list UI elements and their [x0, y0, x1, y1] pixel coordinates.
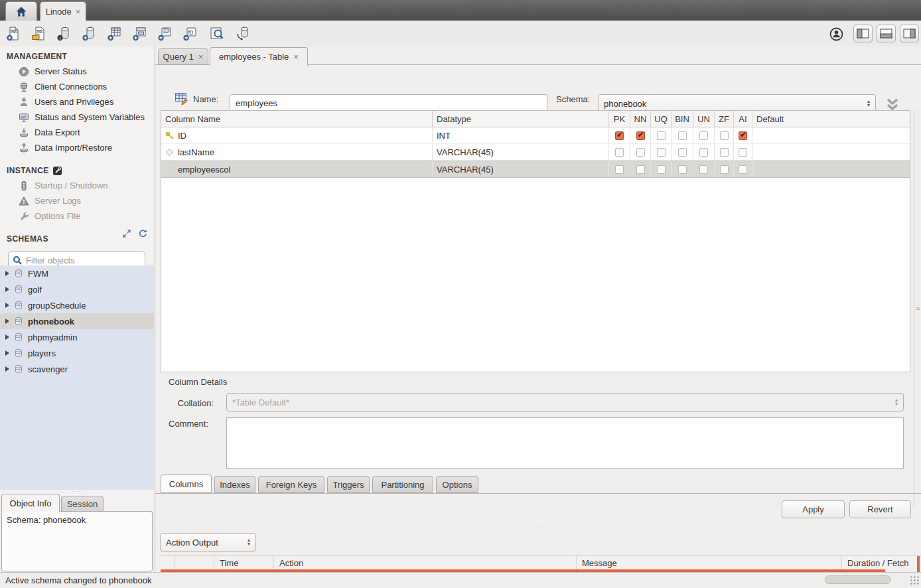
- col-header-column-name[interactable]: Column Name: [161, 111, 433, 127]
- expander-arrow-icon[interactable]: [5, 303, 9, 308]
- pk-checkbox[interactable]: [615, 131, 624, 140]
- sidebar-item-server-logs[interactable]: Server Logs: [0, 193, 154, 208]
- close-icon[interactable]: ×: [198, 52, 204, 61]
- tab-foreign-keys[interactable]: Foreign Keys: [258, 476, 324, 493]
- expander-arrow-icon[interactable]: [5, 271, 9, 276]
- sidebar-item-options-file[interactable]: Options File: [0, 208, 154, 224]
- create-procedure-icon[interactable]: [157, 25, 174, 42]
- col-header-default[interactable]: Default: [752, 111, 910, 127]
- create-schema-icon[interactable]: [81, 25, 98, 42]
- schema-item-fwm[interactable]: FWM: [0, 265, 154, 281]
- bin-checkbox[interactable]: [678, 131, 687, 140]
- schema-item-groupschedule[interactable]: groupSchedule: [0, 297, 154, 313]
- column-row-lastname[interactable]: lastName VARCHAR(45): [161, 144, 910, 161]
- search-table-data-icon[interactable]: [208, 25, 226, 42]
- db-info-icon[interactable]: i: [56, 25, 73, 42]
- output-splitter-handle[interactable]: ···: [155, 526, 921, 531]
- tab-session[interactable]: Session: [61, 496, 104, 512]
- nn-checkbox[interactable]: [636, 131, 645, 140]
- nn-checkbox[interactable]: [636, 165, 645, 174]
- apply-button[interactable]: Apply: [782, 500, 845, 518]
- user-icon[interactable]: [827, 26, 845, 42]
- open-sql-script-icon[interactable]: SQL: [31, 25, 48, 42]
- ai-checkbox[interactable]: [739, 165, 747, 174]
- tab-partitioning[interactable]: Partitioning: [372, 476, 433, 493]
- stepper-icon[interactable]: ▴▾: [895, 398, 898, 406]
- col-header-pk[interactable]: PK: [609, 111, 630, 127]
- col-header-ai[interactable]: AI: [734, 111, 752, 127]
- col-header-zf[interactable]: ZF: [715, 111, 734, 127]
- sidebar-item-data-import[interactable]: Data Import/Restore: [0, 140, 154, 155]
- new-sql-tab-icon[interactable]: SQL: [5, 25, 23, 42]
- schema-filter-input[interactable]: [26, 256, 132, 265]
- toggle-left-panel-button[interactable]: [853, 25, 873, 42]
- sidebar-item-status-variables[interactable]: Status and System Variables: [0, 110, 154, 125]
- pk-checkbox[interactable]: [615, 165, 624, 174]
- home-tab[interactable]: [5, 1, 37, 21]
- col-header-nn[interactable]: NN: [630, 111, 651, 127]
- ai-checkbox[interactable]: [739, 131, 747, 140]
- column-row-id[interactable]: ID INT: [161, 127, 910, 144]
- action-output-select[interactable]: Action Output ▴▾: [160, 533, 256, 551]
- un-checkbox[interactable]: [699, 165, 708, 174]
- expander-arrow-icon[interactable]: [5, 366, 9, 372]
- schema-item-phpmyadmin[interactable]: phpmyadmin: [0, 329, 154, 345]
- column-row-employeescol[interactable]: employeescol VARCHAR(45): [161, 161, 910, 178]
- refresh-icon[interactable]: [138, 229, 147, 238]
- close-icon[interactable]: ×: [76, 7, 81, 16]
- tab-columns[interactable]: Columns: [161, 475, 212, 493]
- connection-tab-linode[interactable]: Linode ×: [40, 1, 86, 21]
- expander-arrow-icon[interactable]: [5, 350, 9, 356]
- zf-checkbox[interactable]: [720, 165, 729, 174]
- col-header-bin[interactable]: BIN: [672, 111, 693, 127]
- zf-checkbox[interactable]: [720, 131, 729, 140]
- bin-checkbox[interactable]: [678, 165, 687, 174]
- tab-triggers[interactable]: Triggers: [327, 476, 370, 493]
- expand-panel-icon[interactable]: [122, 229, 131, 238]
- ai-checkbox[interactable]: [739, 148, 747, 157]
- zf-checkbox[interactable]: [720, 148, 729, 157]
- col-header-datatype[interactable]: Datatype: [433, 111, 609, 127]
- bin-checkbox[interactable]: [678, 148, 687, 157]
- col-header-un[interactable]: UN: [693, 111, 715, 127]
- create-function-icon[interactable]: f(): [182, 25, 199, 42]
- window-resize-grip[interactable]: [910, 575, 919, 585]
- output-col-message[interactable]: Message: [577, 555, 842, 570]
- sidebar-item-data-export[interactable]: Data Export: [0, 125, 154, 140]
- revert-button[interactable]: Revert: [849, 500, 911, 518]
- tab-options[interactable]: Options: [436, 476, 478, 493]
- un-checkbox[interactable]: [699, 148, 708, 157]
- close-icon[interactable]: ×: [293, 52, 299, 61]
- expander-arrow-icon[interactable]: [5, 319, 9, 324]
- reconnect-dbms-icon[interactable]: [235, 25, 252, 42]
- table-name-input[interactable]: [230, 94, 547, 112]
- schema-item-scavenger[interactable]: scavenger: [0, 361, 154, 377]
- uq-checkbox[interactable]: [657, 148, 666, 157]
- tab-indexes[interactable]: Indexes: [214, 476, 255, 493]
- sidebar-item-client-connections[interactable]: Client Connections: [0, 79, 154, 94]
- output-col-duration[interactable]: Duration / Fetch: [842, 555, 921, 570]
- col-header-uq[interactable]: UQ: [651, 111, 672, 127]
- nn-checkbox[interactable]: [636, 148, 645, 157]
- schema-item-golf[interactable]: golf: [0, 281, 154, 297]
- schema-item-players[interactable]: players: [0, 345, 154, 361]
- toggle-bottom-panel-button[interactable]: [877, 25, 896, 42]
- expander-arrow-icon[interactable]: [5, 334, 9, 340]
- sidebar-item-startup-shutdown[interactable]: Startup / Shutdown: [0, 178, 154, 193]
- stepper-icon[interactable]: ▴▾: [248, 538, 250, 546]
- toggle-right-panel-button[interactable]: [900, 25, 919, 42]
- editor-tab-query1[interactable]: Query 1 ×: [158, 48, 208, 65]
- horizontal-scrollbar-thumb[interactable]: [825, 575, 891, 584]
- tab-object-info[interactable]: Object Info: [1, 494, 60, 512]
- sidebar-item-users-privileges[interactable]: Users and Privileges: [0, 94, 154, 110]
- pk-checkbox[interactable]: [615, 148, 624, 157]
- output-col-time[interactable]: Time: [214, 555, 274, 570]
- right-scrollbar-strip[interactable]: ≡: [914, 110, 921, 507]
- un-checkbox[interactable]: [699, 131, 708, 140]
- expander-arrow-icon[interactable]: [5, 287, 9, 292]
- uq-checkbox[interactable]: [657, 165, 666, 174]
- editor-tab-employees-table[interactable]: employees - Table ×: [210, 47, 308, 66]
- schema-item-phonebook[interactable]: phonebook: [0, 313, 154, 329]
- collation-select[interactable]: *Table Default* ▴▾: [226, 393, 904, 411]
- create-view-icon[interactable]: [131, 25, 149, 42]
